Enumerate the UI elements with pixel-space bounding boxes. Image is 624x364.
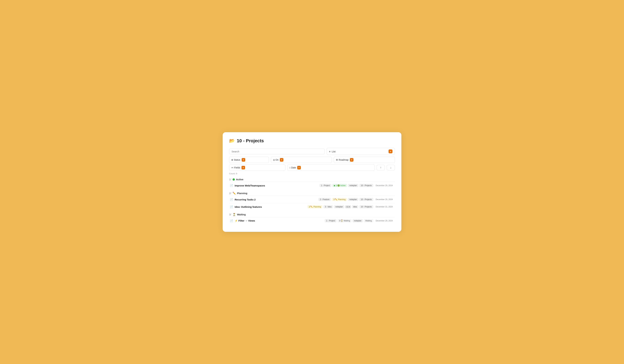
- filter-row-2: ≔ Fields ▾ ↕ Date ▾ ↑ ↓: [229, 165, 395, 171]
- page-title: 10 - Projects: [237, 138, 264, 144]
- task-tag: 10 - Projects: [359, 198, 373, 201]
- status-icon: ⊕: [231, 159, 233, 161]
- task-tag: Waiting: [364, 219, 373, 222]
- table-row[interactable]: 📄Idea: Outlining features2/✏️ Planning3 …: [229, 203, 395, 210]
- task-tag: noteplan: [334, 205, 344, 208]
- status-chevron-icon: ▾: [242, 158, 245, 162]
- section-header-active: 1/ Active: [229, 176, 395, 182]
- waiting-emoji-icon: ⏳: [233, 213, 236, 216]
- task-tag: December 31, 2024: [374, 205, 394, 208]
- doc-icon: 📄: [230, 219, 233, 222]
- expand-tags-button[interactable]: +1 ▾: [345, 205, 351, 208]
- active-dot-icon: [233, 178, 235, 181]
- status-label: Status: [234, 159, 240, 161]
- sort-up-button[interactable]: ↑: [377, 165, 385, 170]
- folder-icon: 📂: [229, 138, 235, 144]
- task-tag: 2/✏️ Planning: [332, 198, 347, 201]
- roadmap-icon: ⚙: [336, 159, 338, 161]
- task-tag: 2/✏️ Planning: [307, 205, 322, 208]
- task-tag: 2 - Feature: [318, 198, 331, 201]
- search-input[interactable]: [229, 149, 325, 154]
- section-active: 1/ Active 📄Improve Web/Teamspaces1 - Pro…: [229, 176, 395, 189]
- view-label: List: [332, 150, 335, 153]
- sections-container: 1/ Active 📄Improve Web/Teamspaces1 - Pro…: [229, 176, 395, 224]
- roadmap-dropdown[interactable]: ⚙ Roadmap ▾: [334, 157, 395, 163]
- section-prefix-planning: 2/: [229, 192, 231, 194]
- status-dropdown[interactable]: ⊕ Status ▾: [229, 157, 269, 163]
- on-chevron-icon: ▾: [280, 158, 283, 162]
- section-label-waiting: Waiting: [237, 213, 246, 216]
- fields-chevron-icon: ▾: [241, 166, 245, 170]
- fields-dropdown[interactable]: ≔ Fields ▾: [229, 165, 285, 171]
- task-tag: December 29, 2024: [374, 184, 394, 187]
- count-label: Count: 9: [229, 172, 395, 175]
- on-icon: ◎: [273, 159, 275, 161]
- task-tag: noteplan: [348, 198, 358, 201]
- page-header: 📂 10 - Projects: [229, 138, 395, 144]
- task-tags: 2/✏️ Planning3 - Ideanoteplan+1 ▾idea10 …: [307, 205, 394, 208]
- task-tag: 1 - Project: [325, 219, 337, 222]
- task-tag: 1 - Project: [319, 184, 331, 187]
- task-tags: 1 - Project3/⏳ WaitingnoteplanWaitingDec…: [325, 219, 394, 222]
- view-dropdown[interactable]: ≡ List ▾: [327, 148, 395, 155]
- list-icon: ≡: [329, 150, 331, 153]
- table-row[interactable]: 📄Improve Web/Teamspaces1 - Project1/🟢 Ac…: [229, 182, 395, 189]
- task-name: Improve Web/Teamspaces: [235, 184, 318, 187]
- task-tag: noteplan: [348, 184, 358, 187]
- main-card: 📂 10 - Projects ≡ List ▾ ⊕ Status ▾ ◎ On: [223, 132, 401, 232]
- roadmap-chevron-icon: ▾: [350, 158, 353, 162]
- view-chevron-icon: ▾: [389, 149, 392, 153]
- task-tag: 1/🟢 Active: [332, 184, 347, 187]
- filter-row-1: ⊕ Status ▾ ◎ On ▾ ⚙ Roadmap ▾: [229, 157, 395, 163]
- date-chevron-icon: ▾: [297, 166, 301, 170]
- date-icon: ↕: [289, 166, 290, 169]
- task-tags: 1 - Project1/🟢 Activenoteplan10 - Projec…: [319, 184, 394, 187]
- doc-icon: 📄: [230, 205, 233, 208]
- section-label-active: Active: [236, 178, 243, 181]
- fields-icon: ≔: [231, 166, 234, 169]
- task-name: ⚡ Filter → Views: [235, 219, 323, 222]
- task-tag: 3 - Idea: [323, 205, 333, 208]
- task-name: Idea: Outlining features: [235, 205, 306, 208]
- toolbar-row-1: ≡ List ▾: [229, 148, 395, 155]
- section-waiting: 3/ ⏳ Waiting 📄⚡ Filter → Views1 - Projec…: [229, 211, 395, 224]
- planning-emoji-icon: ✏️: [233, 192, 236, 195]
- on-label: On: [275, 159, 279, 161]
- sort-down-button[interactable]: ↓: [387, 165, 395, 170]
- doc-icon: 📄: [230, 184, 233, 187]
- roadmap-label: Roadmap: [339, 159, 349, 161]
- table-row[interactable]: 📄Recurring Tasks 22 - Feature2/✏️ Planni…: [229, 196, 395, 203]
- section-header-waiting: 3/ ⏳ Waiting: [229, 211, 395, 217]
- table-row[interactable]: 📄⚡ Filter → Views1 - Project3/⏳ Waitingn…: [229, 217, 395, 224]
- task-tag: 10 - Projects: [359, 184, 373, 187]
- task-tag: December 29, 2024: [374, 198, 394, 201]
- section-header-planning: 2/ ✏️ Planning: [229, 190, 395, 196]
- section-planning: 2/ ✏️ Planning 📄Recurring Tasks 22 - Fea…: [229, 190, 395, 210]
- date-label: Date: [291, 166, 296, 169]
- task-name: Recurring Tasks 2: [235, 198, 317, 201]
- task-tag: 10 - Projects: [359, 205, 373, 208]
- date-dropdown[interactable]: ↕ Date ▾: [287, 165, 375, 171]
- task-tag: noteplan: [352, 219, 363, 222]
- doc-icon: 📄: [230, 198, 233, 201]
- task-tag: 3/⏳ Waiting: [338, 219, 351, 222]
- task-tag: idea: [352, 205, 359, 208]
- task-tags: 2 - Feature2/✏️ Planningnoteplan10 - Pro…: [318, 198, 394, 201]
- section-prefix-waiting: 3/: [229, 213, 231, 216]
- fields-label: Fields: [234, 166, 240, 169]
- task-tag: December 29, 2024: [374, 219, 394, 222]
- section-label-planning: Planning: [237, 192, 247, 194]
- section-prefix-active: 1/: [229, 178, 231, 181]
- on-dropdown[interactable]: ◎ On ▾: [271, 157, 332, 163]
